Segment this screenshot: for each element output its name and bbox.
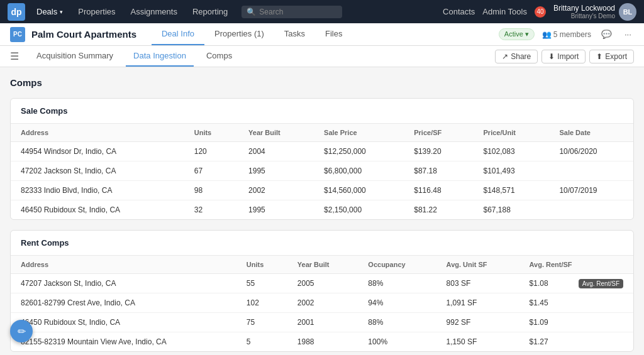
tab-tasks[interactable]: Tasks [274, 23, 315, 45]
cell-price-sf: $87.18 [404, 161, 473, 181]
cell-units: 102 [236, 293, 287, 313]
cell-sale-date [549, 161, 633, 181]
table-row: 47202 Jackson St, Indio, CA 67 1995 $6,8… [11, 161, 633, 181]
sale-comps-title: Sale Comps [11, 99, 633, 124]
rent-comps-header-row: Address Units Year Built Occupancy Avg. … [11, 256, 633, 274]
more-btn[interactable]: ··· [622, 28, 634, 40]
cell-sale-price: $12,250,000 [314, 142, 404, 161]
table-row: 82155-82319 Mountain View Ave, Indio, CA… [11, 332, 633, 352]
cell-year-built: 1988 [287, 332, 358, 352]
rent-comps-title: Rent Comps [11, 231, 633, 256]
table-row: 46450 Rubidoux St, Indio, CA 75 2001 88%… [11, 313, 633, 332]
sub-navigation: ☰ Acquisition Summary Data Ingestion Com… [0, 46, 644, 67]
members-link[interactable]: 👥 5 members [542, 30, 591, 39]
sale-comps-section: Sale Comps Address Units Year Built Sale… [10, 98, 634, 220]
table-row: 47207 Jackson St, Indio, CA 55 2005 88% … [11, 274, 633, 293]
cell-address: 46450 Rubidoux St, Indio, CA [11, 200, 184, 220]
table-row: 82601-82799 Crest Ave, Indio, CA 102 200… [11, 293, 633, 313]
tab-deal-info[interactable]: Deal Info [152, 23, 204, 45]
cell-year-built: 2004 [238, 142, 314, 161]
deal-logo: PC [10, 27, 25, 42]
cell-address: 46450 Rubidoux St, Indio, CA [11, 313, 236, 332]
cell-price-unit: $102,083 [474, 142, 550, 161]
cell-price-sf: $139.20 [404, 142, 473, 161]
cell-avg-rent-sf: $1.45 [519, 293, 633, 313]
col-sale-date: Sale Date [549, 124, 633, 142]
nav-assignments[interactable]: Assignments [125, 4, 184, 19]
cell-year-built: 1995 [238, 200, 314, 220]
cell-units: 75 [236, 313, 287, 332]
cell-price-unit: $67,188 [474, 200, 550, 220]
chevron-down-icon: ▾ [60, 9, 63, 15]
cell-units: 120 [184, 142, 238, 161]
share-icon: ↗ [502, 52, 508, 61]
cell-occupancy: 88% [358, 313, 436, 332]
import-button[interactable]: ⬇ Import [541, 50, 586, 63]
col-address: Address [11, 124, 184, 142]
col-units: Units [236, 256, 287, 274]
deal-tabs: Deal Info Properties (1) Tasks Files [152, 23, 352, 45]
nav-deals[interactable]: Deals ▾ [30, 4, 69, 19]
comments-btn[interactable]: 💬 [599, 28, 614, 40]
cell-avg-rent-sf: $1.08Avg. Rent/SF [519, 274, 633, 293]
table-row: 82333 Indio Blvd, Indio, CA 98 2002 $14,… [11, 181, 633, 200]
col-price-unit: Price/Unit [474, 124, 550, 142]
cell-avg-rent-sf: $1.09 [519, 313, 633, 332]
cell-year-built: 2002 [238, 181, 314, 200]
col-avg-rent-sf: Avg. Rent/SF [519, 256, 633, 274]
user-demo: Brittany's Demo [553, 13, 615, 19]
menu-icon[interactable]: ☰ [10, 50, 19, 62]
search-icon: 🔍 [247, 8, 256, 16]
subtab-comps[interactable]: Comps [199, 46, 240, 67]
sale-comps-table: Address Units Year Built Sale Price Pric… [11, 124, 633, 219]
user-name: Brittany Lockwood [553, 4, 615, 13]
tab-properties[interactable]: Properties (1) [204, 23, 274, 45]
col-sale-price: Sale Price [314, 124, 404, 142]
cell-units: 55 [236, 274, 287, 293]
col-units: Units [184, 124, 238, 142]
cell-sale-price: $14,560,000 [314, 181, 404, 200]
cell-price-sf: $81.22 [404, 200, 473, 220]
search-box[interactable]: 🔍 Search [242, 6, 342, 18]
avg-rent-sf-tooltip: Avg. Rent/SF [579, 279, 623, 288]
cell-year-built: 1995 [238, 161, 314, 181]
cell-units: 32 [184, 200, 238, 220]
export-button[interactable]: ⬆ Export [589, 50, 634, 63]
sub-nav-actions: ↗ Share ⬇ Import ⬆ Export [495, 50, 634, 63]
notification-badge[interactable]: 40 [535, 6, 546, 18]
cell-year-built: 2002 [287, 293, 358, 313]
cell-address: 82601-82799 Crest Ave, Indio, CA [11, 293, 236, 313]
nav-admin-tools[interactable]: Admin Tools [482, 7, 527, 16]
cell-address: 47207 Jackson St, Indio, CA [11, 274, 236, 293]
sale-comps-header-row: Address Units Year Built Sale Price Pric… [11, 124, 633, 142]
edit-fab[interactable]: ✏ [10, 320, 33, 342]
comment-icon: 💬 [601, 30, 612, 39]
share-button[interactable]: ↗ Share [495, 50, 538, 63]
nav-reporting[interactable]: Reporting [186, 4, 234, 19]
cell-occupancy: 94% [358, 293, 436, 313]
nav-right-section: Contacts Admin Tools 40 Brittany Lockwoo… [443, 3, 636, 21]
rent-comps-table: Address Units Year Built Occupancy Avg. … [11, 256, 633, 351]
nav-contacts[interactable]: Contacts [443, 7, 475, 16]
cell-avg-rent-sf: $1.27 [519, 332, 633, 352]
cell-occupancy: 100% [358, 332, 436, 352]
nav-properties[interactable]: Properties [72, 4, 121, 19]
tab-files[interactable]: Files [315, 23, 352, 45]
main-content: Comps Sale Comps Address Units Year Buil… [0, 67, 644, 355]
subtab-data-ingestion[interactable]: Data Ingestion [126, 46, 194, 67]
col-year-built: Year Built [238, 124, 314, 142]
cell-units: 5 [236, 332, 287, 352]
import-icon: ⬇ [548, 52, 555, 61]
cell-occupancy: 88% [358, 274, 436, 293]
status-badge[interactable]: Active ▾ [499, 28, 535, 40]
cell-sale-price: $6,800,000 [314, 161, 404, 181]
cell-avg-unit-sf: 1,091 SF [436, 293, 519, 313]
subtab-acquisition-summary[interactable]: Acquisition Summary [29, 46, 121, 67]
cell-sale-price: $2,150,000 [314, 200, 404, 220]
cell-year-built: 2001 [287, 313, 358, 332]
deal-title: Palm Court Apartments [31, 29, 136, 40]
cell-sale-date: 10/06/2020 [549, 142, 633, 161]
cell-units: 67 [184, 161, 238, 181]
rent-comps-section: Rent Comps Address Units Year Built Occu… [10, 230, 634, 352]
cell-price-unit: $101,493 [474, 161, 550, 181]
